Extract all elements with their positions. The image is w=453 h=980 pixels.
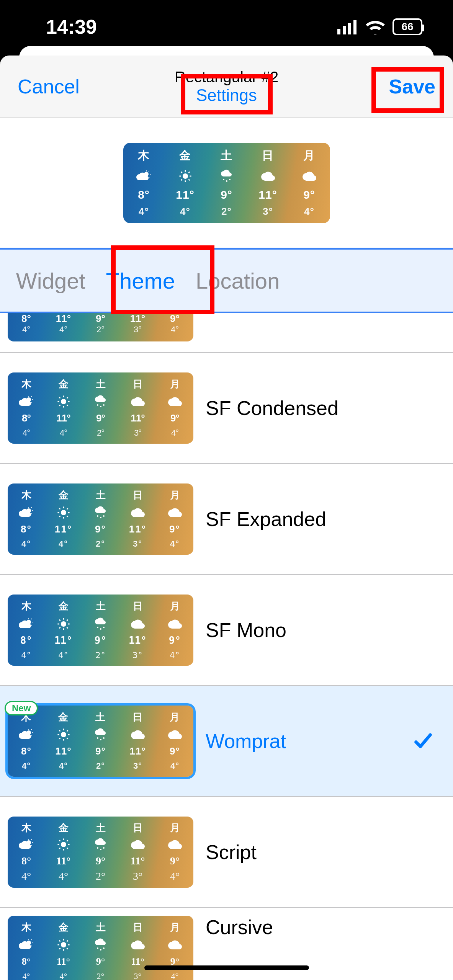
- svg-line-68: [67, 508, 68, 510]
- svg-line-135: [59, 948, 60, 949]
- svg-line-116: [59, 840, 60, 841]
- theme-row[interactable]: 木8°4°金11°4°土9°2°日11°3°月9°4° Cursive: [0, 908, 453, 973]
- tab-theme[interactable]: Theme: [106, 268, 175, 294]
- status-bar: 14:39 66: [0, 0, 453, 54]
- svg-line-85: [67, 619, 68, 621]
- theme-label: Script: [206, 841, 445, 864]
- svg-line-14: [181, 172, 182, 173]
- svg-point-88: [103, 627, 105, 628]
- svg-line-92: [31, 729, 32, 730]
- svg-line-50: [59, 405, 60, 406]
- svg-point-70: [100, 517, 101, 518]
- cellular-icon: [337, 19, 358, 34]
- svg-line-48: [59, 397, 60, 399]
- widget-preview: 木8°4°金11°4°土9°2°日11°3°月9°4°: [123, 143, 330, 223]
- navigation-bar: Cancel Rectangular #2 Settings Save: [0, 56, 453, 118]
- svg-line-117: [67, 848, 68, 849]
- theme-thumbnail: 木8°4°金11°4°土9°2°日11°3°月9°4°: [8, 483, 193, 555]
- svg-line-49: [67, 405, 68, 406]
- svg-line-99: [59, 730, 60, 732]
- theme-row[interactable]: 木8°4°金11°4°土9°2°日11°3°月9°4°: [0, 313, 453, 353]
- svg-rect-1: [343, 26, 346, 34]
- theme-thumbnail: 木8°4°金11°4°土9°2°日11°3°月9°4°: [8, 706, 193, 777]
- svg-point-77: [61, 621, 66, 627]
- svg-line-41: [31, 396, 32, 397]
- svg-line-75: [31, 619, 32, 619]
- theme-row[interactable]: 木8°4°金11°4°土9°2°日11°3°月9°4° SF Mono: [0, 575, 453, 686]
- svg-line-67: [59, 516, 60, 517]
- svg-line-15: [188, 179, 190, 180]
- svg-line-8: [149, 177, 149, 178]
- battery-indicator: 66: [392, 18, 422, 35]
- cancel-button[interactable]: Cancel: [18, 75, 80, 98]
- svg-line-93: [31, 735, 32, 736]
- svg-point-104: [100, 739, 101, 740]
- svg-point-103: [97, 737, 98, 739]
- svg-line-83: [67, 627, 68, 628]
- status-indicators: 66: [337, 18, 422, 35]
- svg-point-18: [223, 179, 224, 180]
- theme-thumbnail: 木8°4°金11°4°土9°2°日11°3°月9°4°: [8, 313, 193, 341]
- svg-line-110: [31, 845, 32, 846]
- svg-point-105: [103, 737, 105, 739]
- home-indicator[interactable]: [144, 965, 309, 970]
- theme-row-selected[interactable]: New 木8°4°金11°4°土9°2°日11°3°月9°4° Womprat: [0, 686, 453, 797]
- svg-point-139: [103, 947, 105, 949]
- theme-label: SF Expanded: [206, 508, 445, 531]
- theme-row[interactable]: 木8°4°金11°4°土9°2°日11°3°月9°4° Script: [0, 797, 453, 908]
- svg-point-60: [61, 510, 66, 515]
- svg-point-19: [226, 180, 227, 182]
- checkmark-icon: [412, 730, 434, 752]
- theme-thumbnail: 木8°4°金11°4°土9°2°日11°3°月9°4°: [8, 817, 193, 888]
- tab-location[interactable]: Location: [196, 268, 280, 294]
- status-time: 14:39: [46, 15, 97, 38]
- svg-point-137: [97, 947, 98, 949]
- svg-point-128: [61, 942, 66, 947]
- svg-line-101: [59, 738, 60, 739]
- svg-point-43: [61, 399, 66, 404]
- svg-line-76: [31, 625, 32, 626]
- svg-line-82: [59, 619, 60, 621]
- svg-rect-3: [353, 20, 357, 34]
- theme-thumbnail: 木8°4°金11°4°土9°2°日11°3°月9°4°: [8, 372, 193, 444]
- theme-row[interactable]: 木8°4°金11°4°土9°2°日11°3°月9°4° SF Expanded: [0, 464, 453, 575]
- widget-preview-area: 木8°4°金11°4°土9°2°日11°3°月9°4°: [0, 118, 453, 248]
- tab-widget[interactable]: Widget: [16, 268, 85, 294]
- svg-rect-2: [348, 23, 351, 34]
- theme-label: Womprat: [206, 730, 400, 753]
- svg-point-111: [61, 842, 66, 847]
- svg-point-86: [97, 627, 98, 628]
- theme-row[interactable]: 木8°4°金11°4°土9°2°日11°3°月9°4° SF Condensed: [0, 353, 453, 464]
- nav-subtitle[interactable]: Settings: [193, 86, 260, 105]
- svg-line-84: [59, 627, 60, 628]
- svg-point-71: [103, 515, 105, 517]
- svg-line-16: [181, 179, 182, 180]
- svg-line-127: [31, 946, 32, 946]
- wifi-icon: [365, 19, 386, 34]
- svg-line-59: [31, 513, 32, 514]
- svg-point-120: [97, 847, 98, 849]
- svg-line-66: [67, 516, 68, 517]
- segmented-tabs: Widget Theme Location: [0, 248, 453, 313]
- content-area: 木8°4°金11°4°土9°2°日11°3°月9°4° Widget Theme…: [0, 118, 453, 980]
- svg-line-65: [59, 508, 60, 510]
- svg-point-52: [97, 404, 98, 406]
- svg-line-7: [149, 171, 149, 172]
- svg-line-17: [188, 172, 190, 173]
- svg-line-119: [67, 840, 68, 841]
- svg-rect-0: [337, 29, 340, 34]
- svg-point-138: [100, 949, 101, 951]
- svg-point-20: [229, 179, 231, 180]
- svg-point-53: [100, 406, 101, 407]
- svg-line-100: [67, 738, 68, 739]
- theme-list[interactable]: 木8°4°金11°4°土9°2°日11°3°月9°4° 木8°4°金11°4°土…: [0, 313, 453, 973]
- theme-label: Cursive: [206, 916, 445, 939]
- save-button[interactable]: Save: [389, 75, 435, 98]
- svg-point-121: [100, 849, 101, 850]
- svg-line-136: [67, 941, 68, 942]
- svg-line-51: [67, 397, 68, 399]
- svg-point-94: [61, 732, 66, 737]
- svg-point-54: [103, 404, 105, 406]
- svg-line-58: [31, 507, 32, 508]
- svg-line-102: [67, 730, 68, 732]
